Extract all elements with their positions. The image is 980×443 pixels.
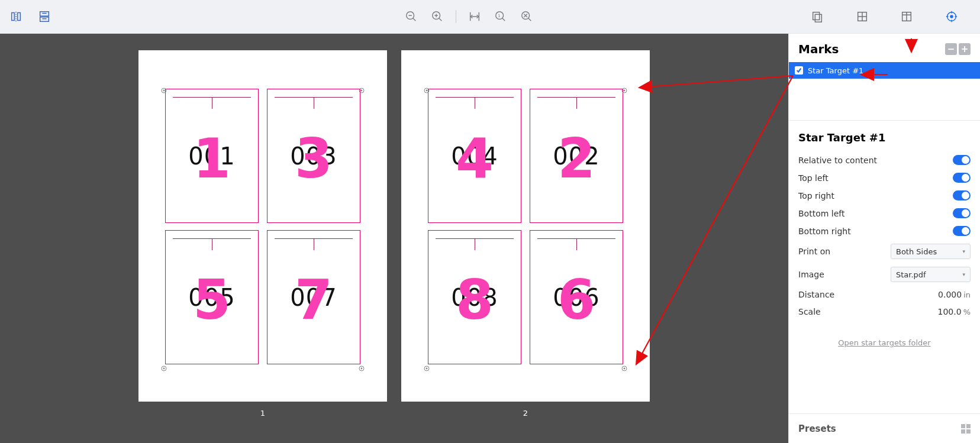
- imposition-cell: 1 001: [165, 89, 259, 223]
- marks-header: Marks − +: [789, 34, 980, 62]
- toggle-row: Top left: [798, 173, 971, 183]
- zoom-actual-icon[interactable]: 1: [493, 9, 508, 24]
- page-order: 5: [193, 268, 231, 331]
- image-label: Image: [798, 270, 824, 279]
- toggle-row: Relative to content: [798, 155, 971, 165]
- tab-columns-icon[interactable]: [899, 9, 914, 24]
- imposition-cell: 4 004: [428, 89, 521, 223]
- duplex-icon[interactable]: [37, 9, 52, 24]
- toggle-row: Top right: [798, 190, 971, 201]
- print-on-row: Print on Both Sides▾: [798, 244, 971, 259]
- toolbar-separator: [456, 10, 456, 23]
- zoom-out-icon[interactable]: [404, 9, 419, 24]
- svg-point-18: [624, 90, 626, 92]
- mark-checkbox[interactable]: [795, 66, 803, 75]
- right-panel: Marks − + Star Target #1 Star Target #1 …: [788, 34, 980, 443]
- registration-mark: [621, 85, 627, 90]
- svg-point-22: [624, 368, 626, 370]
- presets-label: Presets: [798, 423, 836, 434]
- svg-text:1: 1: [498, 14, 500, 18]
- toggle-label: Bottom left: [798, 209, 844, 218]
- imposition-cell: 7 007: [267, 230, 360, 364]
- registration-mark: [424, 363, 430, 368]
- imposition-cell: 2 002: [530, 89, 623, 223]
- registration-mark: [161, 363, 167, 368]
- print-on-label: Print on: [798, 247, 830, 256]
- svg-rect-1: [40, 17, 49, 21]
- svg-point-8: [163, 90, 165, 92]
- tab-grid-icon[interactable]: [855, 9, 870, 24]
- image-select[interactable]: Star.pdf▾: [891, 267, 971, 282]
- toggle-label: Relative to content: [798, 156, 877, 165]
- toggle-row: Bottom left: [798, 208, 971, 218]
- distance-value[interactable]: 0.000: [938, 290, 962, 299]
- imposition-cell: 3 003: [267, 89, 360, 223]
- scale-row: Scale 100.0%: [798, 307, 971, 316]
- toggle-switch[interactable]: [953, 226, 971, 236]
- toggle-switch[interactable]: [953, 155, 971, 165]
- svg-point-28: [950, 15, 953, 18]
- svg-rect-0: [40, 12, 49, 16]
- svg-rect-24: [815, 14, 821, 22]
- tab-pages-icon[interactable]: [810, 9, 825, 24]
- toggle-label: Bottom right: [798, 227, 851, 236]
- add-mark-button[interactable]: +: [959, 43, 971, 55]
- properties-title: Star Target #1: [798, 131, 971, 144]
- page-order: 7: [295, 268, 333, 331]
- registration-mark: [161, 85, 167, 90]
- presets-grid-icon[interactable]: [961, 424, 971, 434]
- remove-mark-button[interactable]: −: [945, 43, 957, 55]
- sheet-number: 1: [260, 409, 265, 418]
- sheet-number: 2: [523, 409, 528, 418]
- page-order: 4: [456, 127, 494, 190]
- mirror-icon[interactable]: [8, 9, 24, 24]
- page-order: 3: [295, 127, 333, 190]
- print-on-select[interactable]: Both Sides▾: [891, 244, 971, 259]
- toggle-label: Top right: [798, 191, 834, 201]
- toggle-switch[interactable]: [953, 190, 971, 201]
- imposition-cell: 8 008: [428, 230, 521, 364]
- image-row: Image Star.pdf▾: [798, 267, 971, 282]
- toggle-switch[interactable]: [953, 208, 971, 218]
- mark-item-label: Star Target #1: [808, 66, 863, 75]
- page-order: 8: [456, 268, 494, 331]
- mark-properties: Star Target #1 Relative to content Top l…: [789, 120, 980, 353]
- presets-row[interactable]: Presets: [789, 413, 980, 443]
- zoom-in-icon[interactable]: [430, 9, 445, 24]
- open-folder-link[interactable]: Open star targets folder: [798, 338, 971, 347]
- toggle-label: Top left: [798, 173, 829, 183]
- imposition-cell: 6 006: [530, 230, 623, 364]
- svg-rect-23: [813, 12, 820, 20]
- svg-point-16: [426, 90, 428, 92]
- distance-label: Distance: [798, 290, 834, 299]
- canvas-area[interactable]: 1 001 3 003 5 005 7 0071 4 004 2 002 8 0…: [0, 34, 788, 443]
- registration-mark: [621, 363, 627, 368]
- fit-width-icon[interactable]: [467, 9, 482, 24]
- marks-title: Marks: [798, 42, 839, 56]
- svg-point-14: [361, 368, 363, 370]
- registration-mark: [424, 85, 430, 90]
- registration-mark: [359, 85, 365, 90]
- scale-value[interactable]: 100.0: [938, 307, 962, 316]
- sheet: 1 001 3 003 5 005 7 0071: [138, 50, 387, 402]
- registration-mark: [359, 363, 365, 368]
- page-order: 6: [557, 268, 595, 331]
- page-order: 1: [193, 127, 231, 190]
- toggle-switch[interactable]: [953, 173, 971, 183]
- page-order: 2: [557, 127, 595, 190]
- svg-point-20: [426, 368, 428, 370]
- svg-point-10: [361, 90, 363, 92]
- toggle-row: Bottom right: [798, 226, 971, 236]
- distance-row: Distance 0.000in: [798, 290, 971, 299]
- svg-point-12: [163, 368, 165, 370]
- mark-list-item[interactable]: Star Target #1: [789, 62, 980, 79]
- zoom-reset-icon[interactable]: [519, 9, 534, 24]
- panel-tab-strip: [789, 0, 980, 34]
- imposition-cell: 5 005: [165, 230, 259, 364]
- sheet: 4 004 2 002 8 008 6 0062: [401, 50, 650, 402]
- scale-label: Scale: [798, 307, 821, 316]
- tab-marks-icon[interactable]: [944, 9, 959, 24]
